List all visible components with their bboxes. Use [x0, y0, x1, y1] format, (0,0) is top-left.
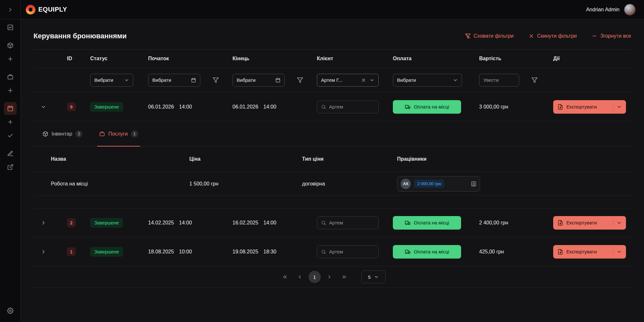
chevron-down-icon	[124, 78, 129, 83]
services-col-name: Назва	[51, 156, 189, 162]
chevron-down-icon	[41, 104, 46, 110]
payment-method-button[interactable]: Оплата на місці	[393, 100, 461, 114]
detail-tabs: Інвентар 2 Послуги 1	[33, 121, 631, 147]
start-time: 14:00	[179, 220, 192, 226]
payment-method-label: Оплата на місці	[414, 104, 449, 109]
tab-services[interactable]: Послуги 1	[99, 121, 138, 146]
sidebar-item-add-service[interactable]	[4, 84, 17, 97]
sidebar-item-edit[interactable]	[4, 147, 17, 160]
package-icon	[7, 42, 14, 49]
user-square-icon[interactable]	[471, 181, 477, 187]
chevrons-left-icon	[282, 274, 288, 280]
file-export-icon	[557, 220, 563, 226]
reset-filters-button[interactable]: Скинути фільтри	[528, 33, 577, 39]
client-filter-value: Артем Г...	[321, 77, 358, 83]
payment-method-button[interactable]: Оплата на місці	[393, 216, 461, 230]
start-funnel-filter-button[interactable]	[213, 77, 219, 83]
first-page-button[interactable]	[279, 271, 291, 283]
pagination: 1 5	[33, 266, 631, 288]
hide-filters-button[interactable]: Сховати фільтри	[465, 33, 514, 39]
sidebar-item-tasks[interactable]	[4, 129, 17, 142]
header-actions: Сховати фільтри Скинути фільтри Згорнути…	[465, 33, 631, 39]
payment-method-label: Оплата на місці	[414, 249, 449, 254]
next-page-button[interactable]	[323, 271, 336, 283]
page-size-select[interactable]: 5	[361, 270, 386, 283]
sidebar-item-services[interactable]	[4, 71, 17, 83]
end-date-filter[interactable]: Вибрати	[232, 74, 285, 87]
current-page-button[interactable]: 1	[308, 271, 321, 283]
start-date-filter[interactable]: Вибрати	[148, 74, 200, 87]
client-search-input[interactable]	[329, 104, 374, 109]
col-header-start: Початок	[146, 56, 230, 62]
topbar: EQUIPLY Andrian Admin	[0, 0, 644, 19]
services-col-workers: Працівники	[397, 156, 631, 162]
tab-inventory[interactable]: Інвентар 2	[43, 121, 82, 146]
hide-filters-label: Сховати фільтри	[474, 33, 514, 39]
truck-icon	[405, 104, 411, 110]
row-expand-button[interactable]	[33, 220, 64, 226]
end-time: 14:00	[263, 104, 276, 110]
sidebar	[0, 19, 21, 322]
sidebar-item-inventory[interactable]	[4, 39, 17, 52]
chevron-right-icon	[327, 274, 332, 279]
booking-row: 1 Завершене 18.08.2025 10:00 19.08.2025 …	[33, 237, 631, 266]
collapse-all-button[interactable]: Згорнути все	[592, 33, 631, 39]
start-date: 14.02.2025	[148, 220, 174, 226]
export-dropdown-toggle[interactable]	[613, 220, 622, 225]
price-value: 425,00 грн	[479, 249, 504, 254]
services-col-price: Ціна	[189, 156, 302, 162]
sidebar-item-add-booking[interactable]	[4, 116, 17, 128]
equiply-logo-icon	[26, 5, 35, 14]
plus-icon	[7, 119, 14, 125]
sidebar-item-external[interactable]	[4, 161, 17, 174]
status-filter-select[interactable]: Вибрати	[90, 74, 133, 87]
user-avatar[interactable]	[624, 4, 636, 15]
calendar-icon	[275, 78, 280, 83]
end-funnel-filter-button[interactable]	[297, 77, 303, 83]
col-header-price: Вартість	[477, 56, 551, 62]
sidebar-toggle-button[interactable]	[0, 0, 21, 19]
chevron-down-icon	[374, 274, 379, 279]
export-button[interactable]: Експортувати	[553, 100, 626, 114]
export-button[interactable]: Експортувати	[553, 245, 626, 259]
sidebar-item-add-inventory[interactable]	[4, 52, 17, 65]
sidebar-item-bookings[interactable]	[4, 102, 17, 115]
start-date: 06.01.2026	[148, 104, 174, 110]
client-search	[317, 100, 379, 113]
prev-page-button[interactable]	[294, 271, 306, 283]
end-time: 14:00	[263, 220, 276, 226]
price-value: 3 000,00 грн	[479, 104, 508, 109]
tab-inventory-label: Інвентар	[52, 131, 72, 137]
brand[interactable]: EQUIPLY	[26, 5, 67, 14]
last-page-button[interactable]	[338, 271, 350, 283]
status-badge: Завершене	[90, 247, 123, 257]
booking-row: 9 Завершене 06.01.2026 14:00 06.01.2026 …	[33, 92, 631, 121]
truck-icon	[405, 249, 411, 255]
sidebar-item-dashboard[interactable]	[4, 21, 17, 34]
x-icon	[528, 33, 534, 39]
row-expand-button[interactable]	[33, 249, 64, 255]
client-filter-select[interactable]: Артем Г...	[317, 74, 379, 87]
end-date: 16.02.2025	[232, 220, 258, 226]
page-title: Керування бронюваннями	[33, 32, 127, 40]
tab-inventory-count: 2	[75, 130, 82, 137]
start-time: 14:00	[179, 104, 192, 110]
client-search	[317, 216, 379, 229]
sidebar-item-settings[interactable]	[4, 304, 17, 317]
export-button[interactable]: Експортувати	[553, 216, 626, 230]
chart-line-icon	[7, 24, 14, 31]
export-dropdown-toggle[interactable]	[613, 249, 622, 254]
payment-method-button[interactable]: Оплата на місці	[393, 245, 461, 259]
clear-client-filter-icon[interactable]	[361, 78, 366, 83]
worker-chip[interactable]: АК 2 000,00 грн	[397, 176, 480, 192]
start-datetime: 06.01.2026 14:00	[146, 104, 230, 110]
price-filter-input[interactable]	[479, 74, 519, 87]
chevron-down-icon	[617, 249, 622, 254]
client-search-input[interactable]	[329, 220, 374, 225]
export-dropdown-toggle[interactable]	[613, 104, 622, 109]
payment-filter-select[interactable]: Вибрати	[393, 74, 462, 87]
row-collapse-button[interactable]	[33, 104, 64, 110]
client-search-input[interactable]	[329, 249, 374, 254]
price-funnel-filter-button[interactable]	[531, 77, 538, 83]
worker-avatar: АК	[401, 179, 411, 189]
